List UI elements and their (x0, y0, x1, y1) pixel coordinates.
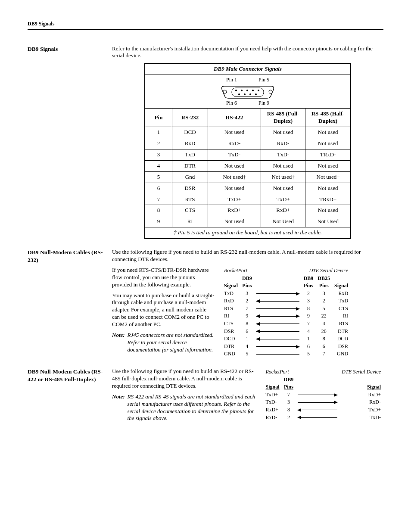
section-db9-signals: DB9 Signals Refer to the manufacturer's … (28, 45, 383, 240)
diagram-row: DSR6420DTR (222, 328, 350, 335)
diagram-rs422: RocketPort DTE Serial Device DB9 Signal … (263, 368, 383, 422)
diagram-row: TxD+7RxD+ (264, 392, 383, 398)
table-row: 1DCDNot usedNot usedNot used (145, 127, 351, 138)
s2-note: Note: RJ45 connectors are not standardiz… (112, 332, 215, 354)
diagram-row: RTS785CTS (222, 305, 350, 312)
diagram-row: RxD-2TxD- (264, 414, 383, 421)
table-header-row: Pin RS-232 RS-422 RS-485 (Full-Duplex) R… (145, 109, 351, 127)
label-pin6: Pin 6 (226, 100, 237, 107)
heading-null-modem-rs232: DB9 Null-Modem Cables (RS-232) (28, 249, 112, 264)
svg-point-0 (223, 90, 227, 93)
diagram-row: RxD232TxD (222, 298, 350, 305)
intro-text: Refer to the manufacturer's installation… (112, 45, 383, 60)
page-header: DB9 Signals (28, 21, 383, 28)
svg-point-4 (241, 90, 243, 91)
s2-p1: Use the following figure if you need to … (112, 249, 383, 263)
diagram-row: CTS874RTS (222, 320, 350, 327)
table-row: 8CTSRxD+RxD+Not used (145, 205, 351, 216)
s2-p2: If you need RTS-CTS/DTR-DSR hardware flo… (112, 267, 215, 289)
svg-point-10 (249, 93, 251, 95)
svg-point-5 (246, 90, 248, 91)
table-row: 2RxDRxD-RxD-Not used (145, 138, 351, 149)
table-footnote: † Pin 5 is tied to ground on the board, … (145, 227, 351, 239)
label-pin5: Pin 5 (258, 77, 269, 84)
heading-db9-signals: DB9 Signals (28, 45, 112, 53)
diagram-row: RxD+8TxD+ (264, 407, 383, 414)
svg-point-6 (252, 90, 254, 91)
diagram-row: DCD118DCD (222, 336, 350, 342)
table-row: 7RTSTxD+TxD+TRxD+ (145, 194, 351, 205)
diagram-row: TxD-3RxD- (264, 399, 383, 406)
svg-point-3 (235, 90, 237, 91)
s2-p3: You may want to purchase or build a stra… (112, 292, 215, 328)
svg-point-9 (244, 93, 246, 95)
diagram-row: GND557GND (222, 351, 350, 358)
svg-point-7 (258, 90, 259, 91)
diagram-row: DTR466DSR (222, 343, 350, 350)
svg-rect-2 (232, 88, 264, 96)
section-null-modem-rs422: DB9 Null-Modem Cables (RS-422 or RS-485 … (28, 368, 383, 422)
diagram-rs232: RocketPort DTE Serial Device DB9 DB9 DB2… (221, 267, 351, 358)
table-row: 6DSRNot usedNot usedNot used (145, 183, 351, 194)
svg-point-1 (269, 90, 272, 93)
diagram-row: RI9922RI (222, 313, 350, 320)
table-row: 3TxDTxD-TxD-TRxD- (145, 149, 351, 161)
db9-signals-table: DB9 Male Connector Signals Pin 1 Pin 5 P… (144, 63, 351, 239)
table-row: 5GndNot used†Not used†Not used† (145, 171, 351, 183)
heading-null-modem-rs422: DB9 Null-Modem Cables (RS-422 or RS-485 … (28, 368, 112, 383)
table-row: 9RINot usedNot UsedNot Used (145, 216, 351, 227)
db9-connector-icon (220, 84, 276, 99)
table-row: 4DTRNot usedNot usedNot used (145, 160, 351, 171)
table-title: DB9 Male Connector Signals (145, 63, 351, 75)
diagram-row: TxD323RxD (222, 290, 350, 297)
s3-note: Note: RS-422 and RS-45 signals are not s… (112, 393, 257, 423)
section-null-modem-rs232: DB9 Null-Modem Cables (RS-232) Use the f… (28, 249, 383, 358)
header-rule (28, 29, 383, 30)
label-pin1: Pin 1 (226, 77, 237, 84)
label-pin9: Pin 9 (258, 100, 269, 107)
svg-point-8 (238, 93, 240, 95)
s3-p1: Use the following figure if you need to … (112, 368, 257, 390)
svg-point-11 (255, 93, 257, 95)
